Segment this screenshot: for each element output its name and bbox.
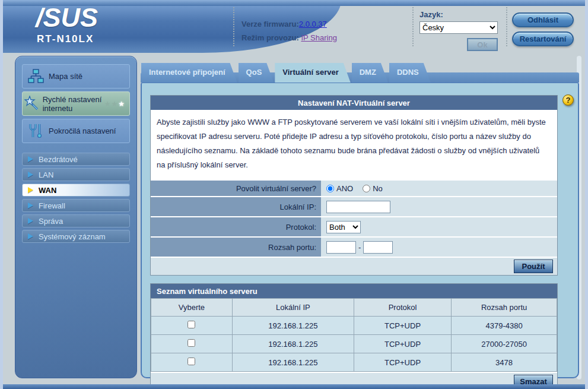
radio-option-ano[interactable]: ANO (326, 184, 353, 193)
sidebar-item-network-map[interactable]: Mapa sítě (22, 64, 130, 88)
sidebar-item-lan[interactable]: LAN (22, 168, 130, 181)
quick-setup-stars: ★★★ (104, 100, 129, 108)
nat-settings-box: Nastavení NAT-Virtuální server Abyste za… (150, 95, 558, 276)
protocol-select[interactable]: Both (326, 221, 361, 233)
port-range-label: Rozsah portu: (151, 238, 321, 257)
column-header-port-range: Rozsah portu (452, 299, 557, 317)
sidebar-item-wan[interactable]: WAN (22, 184, 130, 197)
sidebar-item-label: Systémový záznam (39, 232, 106, 241)
sidebar-item-label: LAN (39, 170, 53, 179)
column-header-local-ip: Lokální IP (232, 299, 354, 317)
sidebar-item-label: Bezdrátové (39, 155, 78, 164)
column-header-select: Vyberte (151, 299, 233, 317)
virtual-server-table: Vyberte Lokální IP Protokol Rozsah portu… (151, 298, 557, 372)
cell-port-range: 3478 (452, 353, 557, 372)
sidebar-menu: Bezdrátové LAN WAN Firewall Správa Systé… (22, 153, 130, 243)
form-row-enable: Povolit virtuální server? ANO No (151, 179, 557, 196)
list-title: Seznam virtuálního serveru (151, 284, 557, 298)
radio-no-input[interactable] (363, 185, 370, 192)
cell-local-ip: 192.168.1.225 (232, 317, 354, 335)
sidebar: Mapa sítě Rychlé nastavení internetu ★★★ (15, 56, 137, 378)
apply-button[interactable]: Použít (514, 260, 553, 273)
form-row-port-range: Rozsah portu: - (151, 236, 557, 257)
sidebar-item-quick-setup[interactable]: Rychlé nastavení internetu ★★★ (22, 91, 130, 116)
asus-logo: /SUS (36, 2, 98, 33)
reboot-button[interactable]: Restartování (512, 31, 574, 46)
logout-button[interactable]: Odhlásit (512, 12, 574, 27)
local-ip-label: Lokální IP: (151, 197, 321, 216)
sidebar-item-administration[interactable]: Správa (22, 214, 130, 227)
cell-protocol: TCP+UDP (354, 335, 451, 353)
network-map-icon (23, 69, 49, 84)
table-row: 192.168.1.225 TCP+UDP 4379-4380 (151, 317, 557, 335)
cell-protocol: TCP+UDP (354, 353, 451, 372)
column-header-protocol: Protokol (354, 299, 451, 317)
enable-label: Povolit virtuální server? (151, 181, 321, 196)
cell-port-range: 27000-27050 (452, 335, 557, 353)
local-ip-input[interactable] (326, 201, 390, 213)
header-separator (233, 7, 234, 46)
sidebar-item-firewall[interactable]: Firewall (22, 199, 130, 212)
page-bottom-strip (0, 384, 588, 389)
row-checkbox[interactable] (187, 358, 195, 365)
table-row: 192.168.1.225 TCP+UDP 3478 (151, 353, 557, 372)
port-to-input[interactable] (363, 241, 393, 254)
cell-protocol: TCP+UDP (354, 317, 451, 335)
form-row-local-ip: Lokální IP: (151, 196, 557, 216)
row-checkbox[interactable] (187, 321, 195, 328)
sidebar-item-label: Mapa sítě (49, 72, 82, 81)
firmware-version-link[interactable]: 2.0.0.37 (299, 20, 327, 29)
radio-ano-label: ANO (336, 184, 353, 193)
model-name: RT-N10LX (37, 33, 94, 45)
table-row: 192.168.1.225 TCP+UDP 27000-27050 (151, 335, 557, 353)
sidebar-item-wireless[interactable]: Bezdrátové (22, 153, 130, 166)
port-separator: - (358, 243, 361, 252)
form-row-protocol: Protokol: Both (151, 216, 557, 236)
port-from-input[interactable] (326, 241, 356, 254)
header-separator (506, 7, 507, 46)
sidebar-item-advanced-settings[interactable]: Pokročilá nastavení (22, 119, 130, 143)
operation-mode-link[interactable]: IP Sharing (301, 33, 336, 42)
sidebar-item-label: Správa (39, 217, 63, 226)
sidebar-item-label: WAN (39, 186, 56, 195)
table-header-row: Vyberte Lokální IP Protokol Rozsah portu (151, 299, 557, 317)
tools-icon (23, 123, 49, 139)
tab-bar: Internetové připojení QoS Virtuální serv… (141, 63, 579, 83)
sidebar-item-label: Rychlé nastavení internetu (43, 95, 104, 113)
firmware-label: Verze firmwaru: (241, 20, 299, 29)
language-select[interactable]: Česky (419, 21, 498, 34)
tab-dmz[interactable]: DMZ (352, 63, 388, 83)
description-text: Abyste zajistili služby jako WWW a FTP p… (151, 110, 557, 179)
help-icon[interactable]: ? (562, 94, 574, 106)
arrow-icon (28, 187, 33, 193)
cell-port-range: 4379-4380 (452, 317, 557, 335)
arrow-icon (28, 203, 33, 208)
language-ok-button[interactable]: Ok (467, 38, 498, 51)
content-panel: ? Nastavení NAT-Virtuální server Abyste … (141, 83, 579, 378)
tab-virtual-server[interactable]: Virtuální server (275, 63, 350, 83)
mode-label: Režim provozu: (241, 33, 299, 42)
sidebar-item-label: Firewall (39, 201, 65, 210)
sidebar-item-system-log[interactable]: Systémový záznam (22, 230, 130, 243)
header: /SUS RT-N10LX Verze firmwaru:2.0.0.37 Re… (3, 0, 585, 53)
tab-internet-connection[interactable]: Internetové připojení (141, 63, 237, 83)
arrow-icon (28, 156, 33, 162)
cell-local-ip: 192.168.1.225 (232, 335, 354, 353)
virtual-server-list-box: Seznam virtuálního serveru Vyberte Lokál… (150, 283, 558, 389)
firmware-info: Verze firmwaru:2.0.0.37 Režim provozu: I… (241, 17, 337, 45)
arrow-icon (28, 233, 33, 239)
protocol-label: Protokol: (151, 217, 321, 236)
page-top-strip (0, 0, 588, 6)
arrow-icon (28, 218, 33, 224)
page-title: Nastavení NAT-Virtuální server (151, 96, 557, 110)
radio-option-no[interactable]: No (363, 184, 383, 193)
header-separator (412, 7, 414, 46)
radio-ano-input[interactable] (326, 185, 334, 192)
apply-row: Použít (151, 257, 557, 275)
header-buttons: Odhlásit Restartování (512, 12, 574, 46)
magic-wand-icon (23, 96, 43, 112)
tab-qos[interactable]: QoS (239, 63, 274, 83)
row-checkbox[interactable] (187, 339, 195, 347)
tab-ddns[interactable]: DDNS (389, 63, 431, 83)
cell-local-ip: 192.168.1.225 (232, 353, 354, 372)
